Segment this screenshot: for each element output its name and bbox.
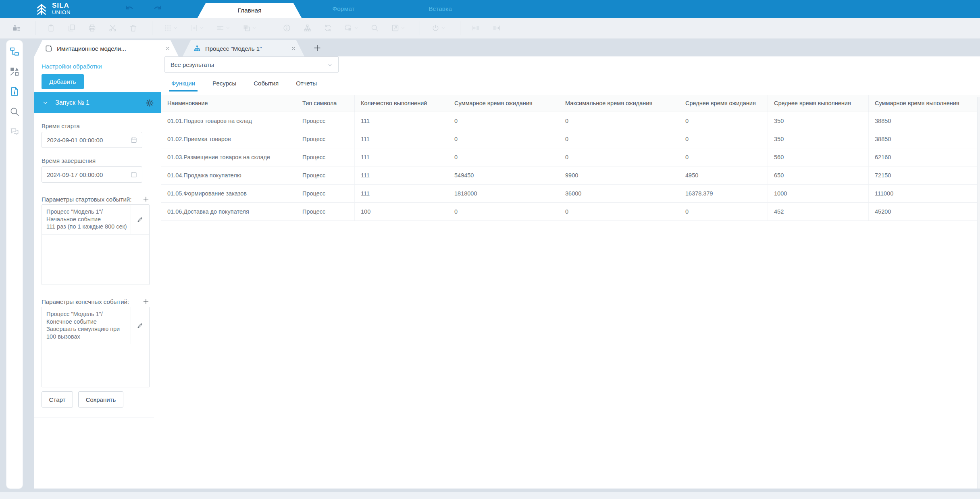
shapes-icon[interactable] (9, 66, 20, 77)
start-time-field[interactable] (42, 132, 142, 148)
close-icon[interactable] (291, 46, 296, 51)
end-event-text: Процесс "Модель 1"/ Конечное событие Зав… (42, 307, 131, 344)
add-run-button[interactable]: Добавить (42, 74, 84, 89)
table-column-header[interactable]: Среднее время выполнения (768, 95, 869, 112)
document-info-icon[interactable] (9, 86, 20, 97)
table-row[interactable]: 01.01.Подвоз товаров на складПроцесс1110… (161, 112, 980, 130)
run-section-header[interactable]: Запуск № 1 (34, 92, 161, 113)
table-cell: Процесс (296, 185, 355, 202)
table-column-header[interactable]: Тип символа (296, 95, 355, 112)
add-end-event-button[interactable] (142, 298, 150, 305)
lock-menu-icon[interactable] (12, 24, 21, 32)
info-icon[interactable] (283, 24, 291, 32)
edit-start-event-icon[interactable] (131, 205, 149, 234)
table-cell: 01.03.Размещение товаров на складе (161, 148, 296, 166)
layers-icon[interactable] (242, 24, 256, 32)
table-cell: 38850 (869, 130, 980, 148)
status-strip (0, 492, 980, 499)
insert-symbol-icon[interactable] (190, 24, 204, 32)
start-event-item[interactable]: Процесс "Модель 1"/ Начальное событие 11… (42, 205, 149, 235)
table-cell: 0 (448, 112, 559, 130)
new-tab-button[interactable] (311, 42, 323, 54)
open-diagram-icon[interactable] (391, 24, 405, 32)
start-events-box: Процесс "Модель 1"/ Начальное событие 11… (42, 204, 150, 285)
ribbon-tab-insert[interactable]: Вставка (412, 0, 468, 18)
undo-icon[interactable] (124, 4, 135, 14)
table-row[interactable]: 01.04.Продажа покупателюПроцесс111549450… (161, 166, 980, 185)
cut-icon[interactable] (108, 24, 117, 32)
delete-icon[interactable] (129, 24, 137, 32)
end-time-field[interactable] (42, 166, 142, 183)
table-cell: 9900 (559, 166, 679, 184)
end-time-label: Время завершения (42, 157, 161, 164)
results-area: Все результаты ФункцииРесурсыСобытияОтче… (161, 56, 980, 489)
results-tab-1[interactable]: Функции (171, 80, 195, 91)
hierarchy-icon[interactable] (303, 24, 312, 32)
start-button[interactable]: Старт (42, 391, 73, 408)
table-row[interactable]: 01.03.Размещение товаров на складеПроцес… (161, 148, 980, 166)
collapse-left-icon[interactable] (472, 24, 480, 32)
doc-tab-process-model[interactable]: Процесс "Модель 1" (183, 40, 304, 56)
table-cell: 01.02.Приемка товаров (161, 130, 296, 148)
end-event-item[interactable]: Процесс "Модель 1"/ Конечное событие Зав… (42, 307, 149, 344)
processing-settings-link[interactable]: Настройки обработки (42, 63, 161, 70)
print-icon[interactable] (88, 24, 96, 32)
add-start-event-button[interactable] (142, 195, 150, 203)
table-cell: 0 (559, 203, 679, 220)
collapse-right-icon[interactable] (492, 24, 501, 32)
table-column-header[interactable]: Суммарное время выполнения (869, 95, 980, 112)
table-column-header[interactable]: Суммарное время ожидания (448, 95, 559, 112)
results-tab-4[interactable]: Отчеты (296, 80, 317, 91)
power-icon[interactable] (431, 24, 445, 32)
redo-icon[interactable] (152, 4, 163, 14)
table-cell: 111 (355, 148, 448, 166)
table-row[interactable]: 01.06.Доставка до покупателяПроцесс10000… (161, 203, 980, 221)
table-column-header[interactable]: Наименование (161, 95, 296, 112)
copy-icon[interactable] (67, 24, 76, 32)
table-cell: 4950 (679, 166, 768, 184)
paste-icon[interactable] (47, 24, 55, 32)
table-cell: 01.01.Подвоз товаров на склад (161, 112, 296, 130)
table-cell: 560 (768, 148, 869, 166)
selection-icon[interactable] (344, 24, 358, 32)
grid-icon[interactable] (164, 24, 178, 32)
search-icon[interactable] (370, 24, 379, 32)
save-button[interactable]: Сохранить (78, 391, 123, 408)
results-filter-dropdown[interactable]: Все результаты (164, 56, 339, 73)
table-column-header[interactable]: Количество выполнений (355, 95, 448, 112)
close-icon[interactable] (165, 46, 171, 51)
refresh-icon[interactable] (324, 24, 332, 32)
vertical-scrollbar[interactable] (977, 97, 980, 489)
edit-end-event-icon[interactable] (131, 307, 149, 344)
table-row[interactable]: 01.05.Формирование заказовПроцесс1111818… (161, 185, 980, 203)
table-cell: 350 (768, 112, 869, 130)
chevron-down-icon[interactable] (42, 100, 48, 106)
ribbon-tab-main[interactable]: Главная (198, 3, 302, 18)
align-icon[interactable] (216, 24, 230, 32)
table-cell: 16378.379 (679, 185, 768, 202)
table-cell: 111 (355, 185, 448, 202)
doc-tab-simulation[interactable]: Имитационное модели... (34, 40, 179, 56)
brand-line-2: UNION (52, 10, 71, 15)
table-cell: 111 (355, 130, 448, 148)
results-tab-2[interactable]: Ресурсы (212, 80, 236, 91)
ribbon-tab-format[interactable]: Формат (315, 0, 372, 18)
comments-icon[interactable] (9, 127, 20, 137)
doc-tab-label: Процесс "Модель 1" (205, 45, 287, 52)
start-time-input[interactable] (42, 137, 130, 143)
table-row[interactable]: 01.02.Приемка товаровПроцесс111000350388… (161, 130, 980, 148)
search-icon[interactable] (9, 106, 20, 117)
results-tab-3[interactable]: События (254, 80, 279, 91)
table-cell: Процесс (296, 166, 355, 184)
run-settings-gear-icon[interactable] (146, 99, 154, 107)
calendar-icon[interactable] (130, 171, 137, 178)
table-column-header[interactable]: Максимальное время ожидания (559, 95, 679, 112)
table-cell: Процесс (296, 148, 355, 166)
calendar-icon[interactable] (130, 136, 137, 143)
left-dock (6, 40, 23, 489)
table-cell: 100 (355, 203, 448, 220)
results-filter-value: Все результаты (171, 61, 214, 68)
table-column-header[interactable]: Среднее время ожидания (679, 95, 768, 112)
table-cell: 0 (448, 148, 559, 166)
end-time-input[interactable] (42, 171, 130, 178)
